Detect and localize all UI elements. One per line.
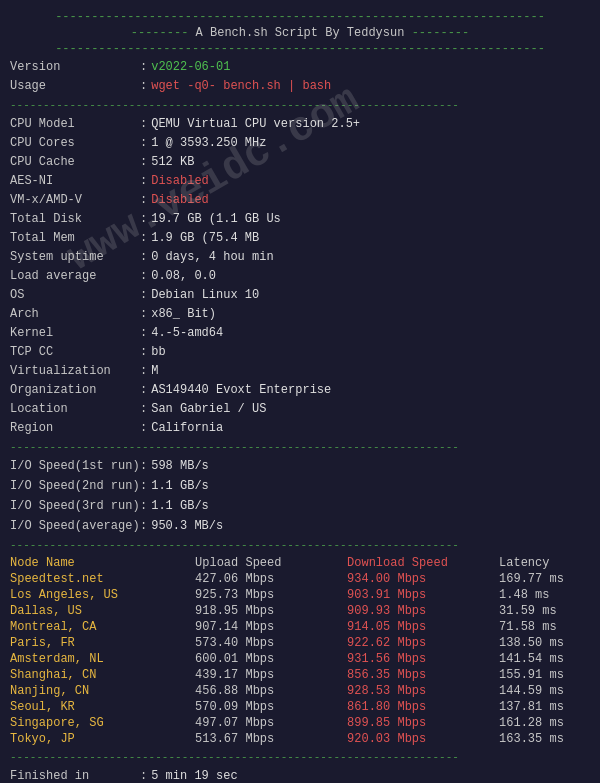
node-name: Dallas, US bbox=[10, 603, 195, 619]
location-row: Location : San Gabriel / US bbox=[10, 400, 590, 418]
os-label: OS bbox=[10, 286, 140, 304]
org-value: AS149440 Evoxt Enterprise bbox=[151, 381, 331, 399]
cpu-cache-row: CPU Cache : 512 KB bbox=[10, 153, 590, 171]
node-name: Seoul, KR bbox=[10, 699, 195, 715]
node-latency: 163.35 ms bbox=[499, 731, 590, 747]
location-label: Location bbox=[10, 400, 140, 418]
table-row: Amsterdam, NL 600.01 Mbps 931.56 Mbps 14… bbox=[10, 651, 590, 667]
node-latency: 1.48 ms bbox=[499, 587, 590, 603]
system-section: CPU Model : QEMU Virtual CPU version 2.5… bbox=[10, 115, 590, 437]
os-suffix: Linux 10 bbox=[194, 286, 259, 304]
table-row: Montreal, CA 907.14 Mbps 914.05 Mbps 71.… bbox=[10, 619, 590, 635]
node-name: Tokyo, JP bbox=[10, 731, 195, 747]
info-section: Version : v2022-06-01 Usage : wget -q0- … bbox=[10, 58, 590, 95]
location-value: San Gabriel / US bbox=[151, 400, 266, 418]
header-dashes-left: -------- bbox=[131, 26, 196, 40]
vm-amd-row: VM-x/AMD-V : Disabled bbox=[10, 191, 590, 209]
speedtest-divider-top: ----------------------------------------… bbox=[10, 539, 590, 551]
total-mem-value: 1.9 GB (75.4 MB bbox=[151, 229, 259, 247]
node-latency: 161.28 ms bbox=[499, 715, 590, 731]
col-node-header: Node Name bbox=[10, 555, 195, 571]
col-latency-header: Latency bbox=[499, 555, 590, 571]
usage-row: Usage : wget -q0- bench.sh | bash bbox=[10, 77, 590, 95]
node-latency: 141.54 ms bbox=[499, 651, 590, 667]
vm-amd-value: Disabled bbox=[151, 191, 209, 209]
node-latency: 137.81 ms bbox=[499, 699, 590, 715]
version-label: Version bbox=[10, 58, 140, 76]
os-value: Debian bbox=[151, 286, 194, 304]
tcp-cc-row: TCP CC : bb bbox=[10, 343, 590, 361]
node-upload: 456.88 Mbps bbox=[195, 683, 347, 699]
finished-row: Finished in : 5 min 19 sec bbox=[10, 767, 590, 783]
footer-section: Finished in : 5 min 19 sec Timestamp : 2… bbox=[10, 767, 590, 783]
footer-divider: ----------------------------------------… bbox=[10, 751, 590, 763]
table-row: Singapore, SG 497.07 Mbps 899.85 Mbps 16… bbox=[10, 715, 590, 731]
node-download: 899.85 Mbps bbox=[347, 715, 499, 731]
total-disk-label: Total Disk bbox=[10, 210, 140, 228]
cpu-model-row: CPU Model : QEMU Virtual CPU version 2.5… bbox=[10, 115, 590, 133]
node-name: Shanghai, CN bbox=[10, 667, 195, 683]
node-name: Nanjing, CN bbox=[10, 683, 195, 699]
system-divider-top: ----------------------------------------… bbox=[10, 99, 590, 111]
kernel-label: Kernel bbox=[10, 324, 140, 342]
header-divider-bottom: ----------------------------------------… bbox=[10, 42, 590, 56]
header-dashes-right: -------- bbox=[412, 26, 470, 40]
io-avg-label: I/O Speed(average) bbox=[10, 517, 140, 535]
usage-label: Usage bbox=[10, 77, 140, 95]
speedtest-section: Node Name Upload Speed Download Speed La… bbox=[10, 555, 590, 747]
load-row: Load average : 0.08, 0.0 bbox=[10, 267, 590, 285]
node-name: Montreal, CA bbox=[10, 619, 195, 635]
table-row: Nanjing, CN 456.88 Mbps 928.53 Mbps 144.… bbox=[10, 683, 590, 699]
io-run1-value: 598 MB/s bbox=[151, 457, 209, 475]
node-latency: 71.58 ms bbox=[499, 619, 590, 635]
node-name: Los Angeles, US bbox=[10, 587, 195, 603]
node-upload: 513.67 Mbps bbox=[195, 731, 347, 747]
io-run1-row: I/O Speed(1st run) : 598 MB/s bbox=[10, 457, 590, 475]
node-download: 922.62 Mbps bbox=[347, 635, 499, 651]
node-latency: 31.59 ms bbox=[499, 603, 590, 619]
table-row: Shanghai, CN 439.17 Mbps 856.35 Mbps 155… bbox=[10, 667, 590, 683]
load-value: 0.08, 0.0 bbox=[151, 267, 216, 285]
header-title: -------- A Bench.sh Script By Teddysun -… bbox=[10, 26, 590, 40]
finished-label: Finished in bbox=[10, 767, 140, 783]
node-upload: 570.09 Mbps bbox=[195, 699, 347, 715]
load-label: Load average bbox=[10, 267, 140, 285]
node-upload: 907.14 Mbps bbox=[195, 619, 347, 635]
node-upload: 573.40 Mbps bbox=[195, 635, 347, 651]
io-divider-top: ----------------------------------------… bbox=[10, 441, 590, 453]
node-download: 914.05 Mbps bbox=[347, 619, 499, 635]
table-row: Speedtest.net 427.06 Mbps 934.00 Mbps 16… bbox=[10, 571, 590, 587]
node-upload: 918.95 Mbps bbox=[195, 603, 347, 619]
cpu-cores-row: CPU Cores : 1 @ 3593.250 MHz bbox=[10, 134, 590, 152]
node-name: Singapore, SG bbox=[10, 715, 195, 731]
node-name: Amsterdam, NL bbox=[10, 651, 195, 667]
io-run3-label: I/O Speed(3rd run) bbox=[10, 497, 140, 515]
cpu-model-label: CPU Model bbox=[10, 115, 140, 133]
node-upload: 427.06 Mbps bbox=[195, 571, 347, 587]
io-run2-label: I/O Speed(2nd run) bbox=[10, 477, 140, 495]
node-download: 934.00 Mbps bbox=[347, 571, 499, 587]
node-download: 909.93 Mbps bbox=[347, 603, 499, 619]
total-mem-row: Total Mem : 1.9 GB (75.4 MB bbox=[10, 229, 590, 247]
virt-value: M bbox=[151, 362, 158, 380]
uptime-label: System uptime bbox=[10, 248, 140, 266]
org-row: Organization : AS149440 Evoxt Enterprise bbox=[10, 381, 590, 399]
total-mem-label: Total Mem bbox=[10, 229, 140, 247]
node-download: 928.53 Mbps bbox=[347, 683, 499, 699]
uptime-suffix: min bbox=[245, 248, 274, 266]
node-upload: 497.07 Mbps bbox=[195, 715, 347, 731]
kernel-row: Kernel : 4. -5-amd64 bbox=[10, 324, 590, 342]
cpu-cache-label: CPU Cache bbox=[10, 153, 140, 171]
region-value: California bbox=[151, 419, 223, 437]
aes-ni-row: AES-NI : Disabled bbox=[10, 172, 590, 190]
aes-ni-value: Disabled bbox=[151, 172, 209, 190]
speed-table-header: Node Name Upload Speed Download Speed La… bbox=[10, 555, 590, 571]
org-label: Organization bbox=[10, 381, 140, 399]
table-row: Paris, FR 573.40 Mbps 922.62 Mbps 138.50… bbox=[10, 635, 590, 651]
node-download: 861.80 Mbps bbox=[347, 699, 499, 715]
arch-row: Arch : x86_ Bit) bbox=[10, 305, 590, 323]
col-upload-header: Upload Speed bbox=[195, 555, 347, 571]
table-row: Tokyo, JP 513.67 Mbps 920.03 Mbps 163.35… bbox=[10, 731, 590, 747]
header-divider-top: ----------------------------------------… bbox=[10, 10, 590, 24]
cpu-model-value: QEMU Virtual CPU version 2.5+ bbox=[151, 115, 360, 133]
